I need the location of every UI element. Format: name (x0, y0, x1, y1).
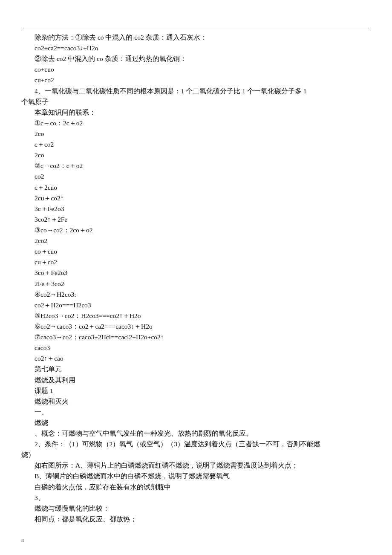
body-line: ③co→co2：2co＋o2 (21, 225, 371, 235)
body-line: cu＋co2 (21, 257, 371, 267)
body-line: ⑤H2co3→co2：H2co3===co2↑＋H2o (21, 310, 371, 321)
body-line: 3co2↑＋2Fe (21, 214, 371, 225)
body-line: 燃烧和灭火 (21, 396, 371, 407)
page-number: 4 (21, 536, 371, 545)
body-line: 2co (21, 128, 371, 139)
body-line: 3co＋Fe2o3 (21, 267, 371, 278)
body-line: 、概念：可燃物与空气中氧气发生的一种发光、放热的剧烈的氧化反应。 (21, 428, 371, 439)
body-line: 一、 (21, 407, 371, 417)
body-line: 4、一氧化碳与二氧化碳性质不同的根本原因是：1 个二氧化碳分子比 1 个一氧化碳… (21, 86, 371, 96)
body-line: 2co2 (21, 235, 371, 246)
body-line: 3、 (21, 492, 371, 503)
body-line: cu+co2 (21, 75, 371, 85)
body-line-continuation: 烧） (21, 449, 371, 460)
body-line: co＋cuo (21, 246, 371, 257)
horizontal-rule (21, 30, 371, 30)
body-line: ①c→co：2c＋o2 (21, 118, 371, 128)
body-line: ⑥co2→caco3：co2＋ca2===caco3↓＋H2o (21, 321, 371, 332)
body-line: 相同点：都是氧化反应、都放热； (21, 514, 371, 524)
body-line: 白磷的着火点低，应贮存在装有水的试剂瓶中 (21, 482, 371, 492)
body-line-continuation: 个氧原子 (21, 96, 371, 107)
body-line: co2＋H2o===H2co3 (21, 300, 371, 310)
body-line: 3c＋Fe2o3 (21, 203, 371, 214)
body-line: 2co (21, 150, 371, 160)
body-line: caco3 (21, 342, 371, 353)
body-line: 课题 1 (21, 385, 371, 396)
body-line: c＋2cuo (21, 182, 371, 193)
body-line: 燃烧与缓慢氧化的比较： (21, 503, 371, 514)
body-line: ④co2→H2co3: (21, 289, 371, 300)
body-line: 燃烧 (21, 417, 371, 428)
body-line: 如右图所示：A、薄铜片上的白磷燃烧而红磷不燃烧，说明了燃烧需要温度达到着火点； (21, 460, 371, 471)
body-line: co2↑＋cao (21, 353, 371, 364)
body-line: 2cu＋co2↑ (21, 193, 371, 203)
body-line: 本章知识间的联系： (21, 107, 371, 118)
body-line: co2+ca2==caco3↓+H2o (21, 43, 371, 53)
body-line: B、薄铜片的白磷燃烧而水中的白磷不燃烧，说明了燃烧需要氧气 (21, 471, 371, 481)
body-line: co+cuo (21, 64, 371, 75)
body-line: ②除去 co2 中混入的 co 杂质：通过灼热的氧化铜： (21, 53, 371, 64)
document-page: 除杂的方法：①除去 co 中混入的 co2 杂质：通入石灰水： co2+ca2=… (0, 0, 392, 555)
body-line: c＋co2 (21, 139, 371, 150)
body-line: ⑦caco3→co2：caco3+2Hcl==cacl2+H2o+co2↑ (21, 332, 371, 342)
body-line: 第七单元 (21, 364, 371, 374)
body-line: co2 (21, 171, 371, 182)
body-line: 2、条件：（1）可燃物（2）氧气（或空气）（3）温度达到着火点（三者缺一不可，否… (21, 439, 371, 449)
body-line: 燃烧及其利用 (21, 375, 371, 385)
body-line: 除杂的方法：①除去 co 中混入的 co2 杂质：通入石灰水： (21, 32, 371, 43)
body-line: 2Fe＋3co2 (21, 278, 371, 289)
body-line: ②c→co2：c＋o2 (21, 160, 371, 171)
